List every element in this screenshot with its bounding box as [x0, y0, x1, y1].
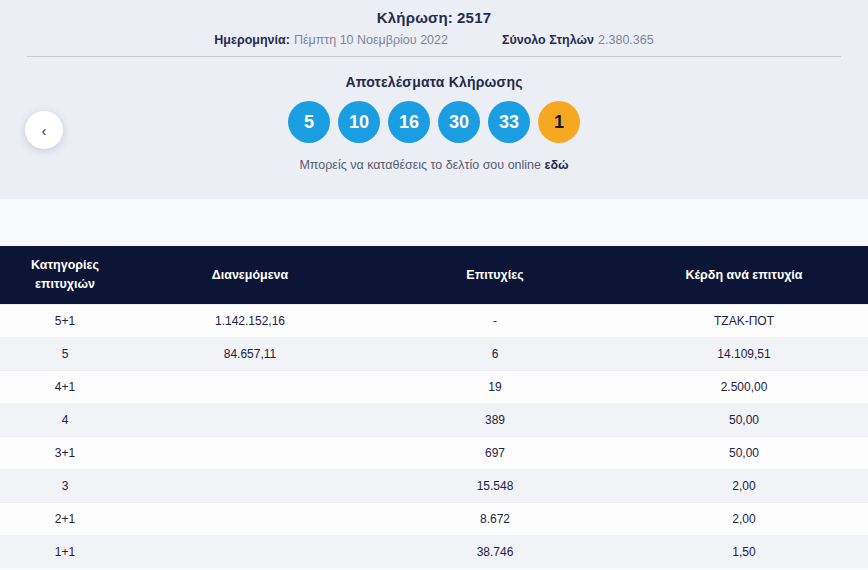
- results-title: Αποτελέσματα Κλήρωσης: [0, 74, 868, 90]
- table-cell-category: 5: [0, 347, 130, 361]
- table-row: 2+18.6722,00: [0, 502, 868, 535]
- draw-number-ball: 5: [288, 101, 330, 143]
- table-cell-prize: 2,00: [620, 479, 868, 493]
- header-prize: Κέρδη ανά επιτυχία: [620, 266, 868, 285]
- table-row: 4+1192.500,00: [0, 370, 868, 403]
- draw-date: Ημερομηνία:Πέμπτη 10 Νοεμβρίου 2022: [214, 33, 448, 47]
- table-cell-prize: ΤΖΑΚ-ΠΟΤ: [620, 314, 868, 328]
- table-cell-winners: 8.672: [370, 512, 620, 526]
- draw-number-ball: 30: [438, 101, 480, 143]
- joker-number-ball: 1: [538, 101, 580, 143]
- table-cell-winners: 15.548: [370, 479, 620, 493]
- table-cell-winners: 6: [370, 347, 620, 361]
- draw-number-ball: 33: [488, 101, 530, 143]
- chevron-left-icon: ‹: [42, 122, 47, 139]
- header-divider: [27, 56, 841, 57]
- table-cell-winners: 38.746: [370, 545, 620, 559]
- table-cell-winners: 19: [370, 380, 620, 394]
- draw-number: 2517: [457, 9, 491, 26]
- header-winners: Επιτυχίες: [370, 266, 620, 285]
- table-cell-winners: 697: [370, 446, 620, 460]
- table-cell-prize: 1,50: [620, 545, 868, 559]
- table-cell-distributed: 1.142.152,16: [130, 314, 370, 328]
- prize-table: Κατηγορίες επιτυχιών Διανεμόμενα Επιτυχί…: [0, 246, 868, 568]
- draw-number-ball: 10: [338, 101, 380, 143]
- draw-label: Κλήρωση:: [377, 9, 453, 26]
- table-cell-distributed: 84.657,11: [130, 347, 370, 361]
- table-cell-winners: -: [370, 314, 620, 328]
- table-row: 584.657,11614.109,51: [0, 337, 868, 370]
- table-row: 438950,00: [0, 403, 868, 436]
- online-deposit-text: Μπορείς να καταθέσεις το δελτίο σου onli…: [0, 158, 868, 172]
- balls-row: 5101630331: [0, 101, 868, 143]
- table-cell-category: 5+1: [0, 314, 130, 328]
- table-row: 315.5482,00: [0, 469, 868, 502]
- table-cell-prize: 2.500,00: [620, 380, 868, 394]
- table-cell-category: 4+1: [0, 380, 130, 394]
- date-value: Πέμπτη 10 Νοεμβρίου 2022: [294, 33, 448, 47]
- section-spacer: [0, 199, 868, 246]
- online-here-link[interactable]: εδώ: [544, 158, 568, 172]
- online-text-label: Μπορείς να καταθέσεις το δελτίο σου onli…: [299, 158, 541, 172]
- table-cell-category: 3+1: [0, 446, 130, 460]
- date-label: Ημερομηνία:: [214, 33, 290, 47]
- carousel-prev-button[interactable]: ‹: [25, 111, 63, 149]
- table-cell-prize: 14.109,51: [620, 347, 868, 361]
- draw-title: Κλήρωση:2517: [0, 0, 868, 26]
- table-cell-prize: 2,00: [620, 512, 868, 526]
- draw-summary-card: Κλήρωση:2517 Ημερομηνία:Πέμπτη 10 Νοεμβρ…: [0, 0, 868, 199]
- columns-value: 2.380.365: [598, 33, 654, 47]
- header-distributed: Διανεμόμενα: [130, 266, 370, 285]
- table-cell-category: 2+1: [0, 512, 130, 526]
- table-row: 3+169750,00: [0, 436, 868, 469]
- columns-label: Σύνολο Στηλών: [502, 33, 594, 47]
- draw-meta: Ημερομηνία:Πέμπτη 10 Νοεμβρίου 2022 Σύνο…: [0, 33, 868, 47]
- table-cell-category: 1+1: [0, 545, 130, 559]
- table-cell-category: 3: [0, 479, 130, 493]
- header-categories: Κατηγορίες επιτυχιών: [0, 256, 130, 294]
- table-cell-prize: 50,00: [620, 446, 868, 460]
- table-body: 5+11.142.152,16-ΤΖΑΚ-ΠΟΤ584.657,11614.10…: [0, 304, 868, 568]
- total-columns: Σύνολο Στηλών2.380.365: [502, 33, 654, 47]
- lottery-results-page: Κλήρωση:2517 Ημερομηνία:Πέμπτη 10 Νοεμβρ…: [0, 0, 868, 570]
- prize-table-header: Κατηγορίες επιτυχιών Διανεμόμενα Επιτυχί…: [0, 246, 868, 304]
- draw-number-ball: 16: [388, 101, 430, 143]
- table-cell-category: 4: [0, 413, 130, 427]
- table-row: 5+11.142.152,16-ΤΖΑΚ-ΠΟΤ: [0, 304, 868, 337]
- table-cell-winners: 389: [370, 413, 620, 427]
- table-cell-prize: 50,00: [620, 413, 868, 427]
- table-row: 1+138.7461,50: [0, 535, 868, 568]
